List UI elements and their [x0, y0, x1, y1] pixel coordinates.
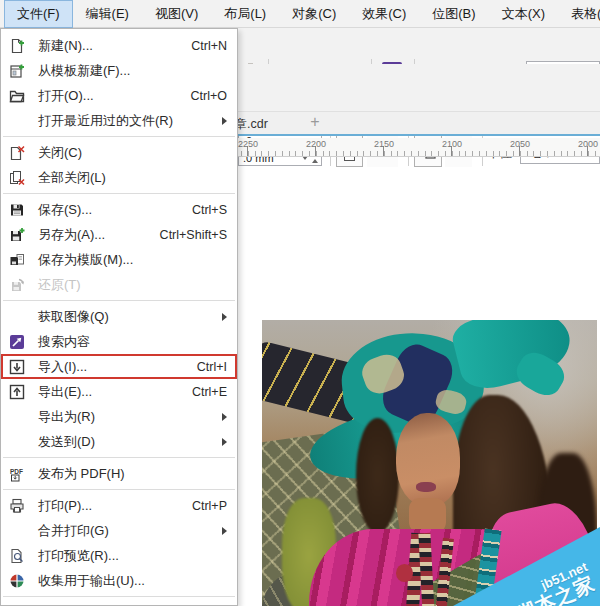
export-icon	[9, 384, 29, 400]
menu-item-shortcut: Ctrl+O	[191, 89, 227, 103]
menu-item-label: 关闭(C)	[38, 144, 232, 162]
menu-item-label: 搜索内容	[38, 333, 232, 351]
menu-item-shortcut: Ctrl+N	[191, 39, 227, 53]
menu-item-label: 导出(E)...	[38, 383, 192, 401]
menu-item-save-as-template[interactable]: 保存为模版(M)...	[1, 247, 237, 272]
menubar-object[interactable]: 对象(C)	[279, 0, 349, 28]
ruler-mark: 2250	[238, 139, 258, 149]
photo-lips	[416, 482, 436, 492]
menubar-effects[interactable]: 效果(C)	[349, 0, 419, 28]
menu-item-close[interactable]: 关闭(C)	[1, 140, 237, 165]
menu-item-new[interactable]: 新建(N)... Ctrl+N	[1, 33, 237, 58]
menu-item-label: 保存(S)...	[38, 201, 192, 219]
menu-item-new-from-template[interactable]: 从模板新建(F)...	[1, 58, 237, 83]
menu-item-label: 发布为 PDF(H)	[38, 465, 232, 483]
spin-down-icon[interactable]	[302, 156, 308, 163]
menu-item-collect-for-output[interactable]: 收集用于输出(U)...	[1, 568, 237, 593]
menubar-table[interactable]: 表格(T)	[558, 0, 600, 28]
new-page-button[interactable]: +	[306, 113, 324, 131]
ruler-major-ticks	[247, 146, 600, 156]
photo-hair-left	[356, 418, 400, 533]
search-content-icon	[9, 334, 29, 350]
new-document-icon	[9, 38, 29, 54]
menu-item-label: 打印预览(R)...	[38, 547, 232, 565]
menubar-file[interactable]: 文件(F)	[4, 0, 73, 28]
open-folder-icon	[9, 88, 29, 104]
menu-bar: 文件(F) 编辑(E) 视图(V) 布局(L) 对象(C) 效果(C) 位图(B…	[0, 0, 600, 28]
menubar-text[interactable]: 文本(X)	[489, 0, 558, 28]
no-icon	[9, 309, 29, 325]
menu-item-label: 新建(N)...	[38, 37, 191, 55]
no-icon	[9, 113, 29, 129]
spin-up-icon[interactable]	[312, 156, 318, 163]
no-icon	[9, 434, 29, 450]
menu-item-export[interactable]: 导出(E)... Ctrl+E	[1, 379, 237, 404]
menu-item-search-content[interactable]: 搜索内容	[1, 329, 237, 354]
submenu-arrow-icon	[222, 527, 231, 535]
menu-item-label: 打开(O)...	[38, 87, 191, 105]
print-icon	[9, 498, 29, 514]
spinner-arrows[interactable]	[302, 156, 318, 163]
menu-item-label: 导入(I)...	[38, 358, 197, 376]
menu-item-merge-print[interactable]: 合并打印(G)	[1, 518, 237, 543]
revert-icon	[9, 277, 29, 293]
no-icon	[9, 409, 29, 425]
menu-item-save[interactable]: 保存(S)... Ctrl+S	[1, 197, 237, 222]
menu-item-label: 全部关闭(L)	[38, 169, 232, 187]
menu-item-label: 收集用于输出(U)...	[38, 572, 232, 590]
menu-separator	[3, 136, 235, 137]
import-icon	[9, 359, 29, 375]
submenu-arrow-icon	[222, 413, 231, 421]
menu-item-close-all[interactable]: 全部关闭(L)	[1, 165, 237, 190]
menu-item-label: 获取图像(Q)	[38, 308, 222, 326]
menu-item-shortcut: Ctrl+I	[197, 360, 227, 374]
submenu-arrow-icon	[222, 117, 231, 125]
collect-for-output-icon	[9, 573, 29, 589]
menu-item-label: 合并打印(G)	[38, 522, 222, 540]
menu-item-publish-pdf[interactable]: PDF 发布为 PDF(H)	[1, 461, 237, 486]
ruler-mark: 2100	[442, 139, 462, 149]
menu-item-export-for[interactable]: 导出为(R)	[1, 404, 237, 429]
submenu-arrow-icon	[222, 438, 231, 446]
menu-item-print-preview[interactable]: 打印预览(R)...	[1, 543, 237, 568]
menu-item-label: 打印(P)...	[38, 497, 192, 515]
menu-item-label: 从模板新建(F)...	[38, 62, 232, 80]
photo-neck	[409, 498, 446, 534]
pdf-icon: PDF	[9, 466, 29, 482]
save-as-template-icon	[9, 252, 29, 268]
save-as-icon	[9, 227, 29, 243]
ruler-mark: 2000	[578, 139, 598, 149]
menu-item-acquire-image[interactable]: 获取图像(Q)	[1, 304, 237, 329]
photo-face	[396, 413, 460, 506]
menu-item-open-recent[interactable]: 打开最近用过的文件(R)	[1, 108, 237, 133]
menubar-view[interactable]: 视图(V)	[142, 0, 211, 28]
photo-bead	[396, 564, 413, 582]
menubar-edit[interactable]: 编辑(E)	[73, 0, 142, 28]
menubar-layout[interactable]: 布局(L)	[211, 0, 279, 28]
menu-item-import[interactable]: 导入(I)... Ctrl+I	[1, 354, 237, 379]
menu-item-shortcut: Ctrl+P	[192, 499, 227, 513]
menu-separator	[3, 300, 235, 301]
print-preview-icon	[9, 548, 29, 564]
menu-item-send-to[interactable]: 发送到(D)	[1, 429, 237, 454]
menu-item-open[interactable]: 打开(O)... Ctrl+O	[1, 83, 237, 108]
menu-item-label: 另存为(A)...	[38, 226, 160, 244]
close-all-icon	[9, 170, 29, 186]
coreldraw-window: jb51.net 脚本之家 PDF 32%	[0, 0, 600, 606]
menu-separator	[3, 457, 235, 458]
save-icon	[9, 202, 29, 218]
menu-item-revert[interactable]: 还原(T)	[1, 272, 237, 297]
menu-item-label: 还原(T)	[38, 276, 232, 294]
menu-item-print[interactable]: 打印(P)... Ctrl+P	[1, 493, 237, 518]
menu-item-save-as[interactable]: 另存为(A)... Ctrl+Shift+S	[1, 222, 237, 247]
svg-text:PDF: PDF	[10, 467, 23, 474]
menu-item-label: 保存为模版(M)...	[38, 251, 232, 269]
menu-separator	[3, 193, 235, 194]
ruler-mark: 2050	[510, 139, 530, 149]
menubar-bitmaps[interactable]: 位图(B)	[419, 0, 488, 28]
menu-item-label: 打开最近用过的文件(R)	[38, 112, 222, 130]
menu-separator	[3, 596, 235, 597]
menu-separator	[3, 489, 235, 490]
file-menu-dropdown: 新建(N)... Ctrl+N 从模板新建(F)... 打开(O)... Ctr…	[0, 28, 238, 606]
menu-item-shortcut: Ctrl+Shift+S	[160, 228, 227, 242]
